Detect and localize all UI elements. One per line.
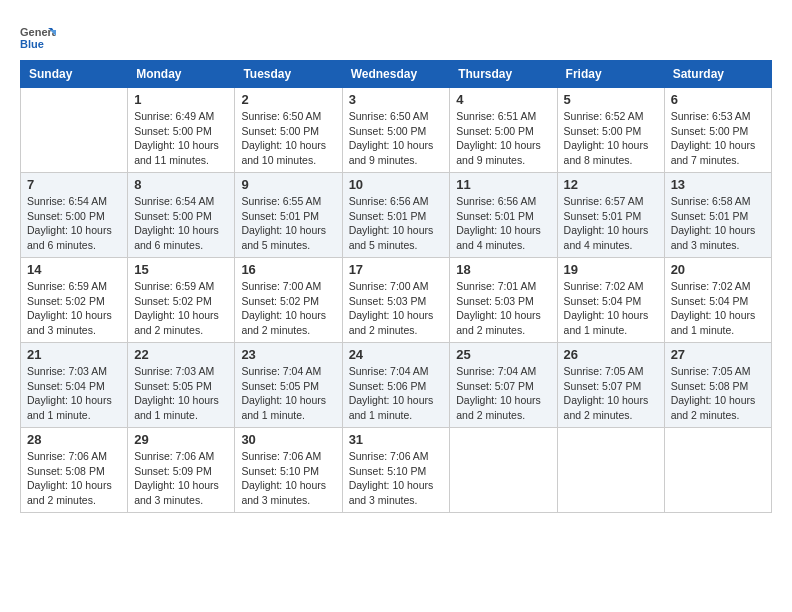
calendar-cell: 9Sunrise: 6:55 AM Sunset: 5:01 PM Daylig… [235, 173, 342, 258]
day-info: Sunrise: 7:04 AM Sunset: 5:05 PM Dayligh… [241, 364, 335, 423]
day-info: Sunrise: 7:06 AM Sunset: 5:10 PM Dayligh… [349, 449, 444, 508]
day-number: 10 [349, 177, 444, 192]
svg-text:Blue: Blue [20, 38, 44, 50]
day-info: Sunrise: 7:06 AM Sunset: 5:08 PM Dayligh… [27, 449, 121, 508]
weekday-header-sunday: Sunday [21, 61, 128, 88]
calendar-cell: 15Sunrise: 6:59 AM Sunset: 5:02 PM Dayli… [128, 258, 235, 343]
calendar-cell: 13Sunrise: 6:58 AM Sunset: 5:01 PM Dayli… [664, 173, 771, 258]
day-number: 26 [564, 347, 658, 362]
calendar-cell: 19Sunrise: 7:02 AM Sunset: 5:04 PM Dayli… [557, 258, 664, 343]
calendar-week-row: 28Sunrise: 7:06 AM Sunset: 5:08 PM Dayli… [21, 428, 772, 513]
weekday-header-wednesday: Wednesday [342, 61, 450, 88]
day-number: 1 [134, 92, 228, 107]
header: General Blue [20, 20, 772, 56]
day-number: 28 [27, 432, 121, 447]
calendar-cell: 16Sunrise: 7:00 AM Sunset: 5:02 PM Dayli… [235, 258, 342, 343]
calendar-cell [21, 88, 128, 173]
calendar-cell: 29Sunrise: 7:06 AM Sunset: 5:09 PM Dayli… [128, 428, 235, 513]
page-container: General Blue SundayMondayTuesdayWednesda… [20, 20, 772, 513]
weekday-header-saturday: Saturday [664, 61, 771, 88]
calendar-cell: 21Sunrise: 7:03 AM Sunset: 5:04 PM Dayli… [21, 343, 128, 428]
day-number: 19 [564, 262, 658, 277]
weekday-header-monday: Monday [128, 61, 235, 88]
calendar-cell: 8Sunrise: 6:54 AM Sunset: 5:00 PM Daylig… [128, 173, 235, 258]
day-number: 14 [27, 262, 121, 277]
calendar-week-row: 21Sunrise: 7:03 AM Sunset: 5:04 PM Dayli… [21, 343, 772, 428]
calendar-cell: 20Sunrise: 7:02 AM Sunset: 5:04 PM Dayli… [664, 258, 771, 343]
calendar-cell: 18Sunrise: 7:01 AM Sunset: 5:03 PM Dayli… [450, 258, 557, 343]
logo-icon: General Blue [20, 20, 56, 56]
weekday-header-friday: Friday [557, 61, 664, 88]
day-number: 7 [27, 177, 121, 192]
day-info: Sunrise: 6:50 AM Sunset: 5:00 PM Dayligh… [241, 109, 335, 168]
day-info: Sunrise: 7:06 AM Sunset: 5:10 PM Dayligh… [241, 449, 335, 508]
calendar-cell: 24Sunrise: 7:04 AM Sunset: 5:06 PM Dayli… [342, 343, 450, 428]
calendar-cell: 30Sunrise: 7:06 AM Sunset: 5:10 PM Dayli… [235, 428, 342, 513]
day-number: 8 [134, 177, 228, 192]
day-number: 27 [671, 347, 765, 362]
day-number: 12 [564, 177, 658, 192]
svg-text:General: General [20, 26, 56, 38]
day-number: 22 [134, 347, 228, 362]
weekday-header-row: SundayMondayTuesdayWednesdayThursdayFrid… [21, 61, 772, 88]
day-info: Sunrise: 7:03 AM Sunset: 5:05 PM Dayligh… [134, 364, 228, 423]
day-number: 29 [134, 432, 228, 447]
day-number: 5 [564, 92, 658, 107]
day-info: Sunrise: 6:50 AM Sunset: 5:00 PM Dayligh… [349, 109, 444, 168]
day-info: Sunrise: 6:57 AM Sunset: 5:01 PM Dayligh… [564, 194, 658, 253]
calendar-cell: 25Sunrise: 7:04 AM Sunset: 5:07 PM Dayli… [450, 343, 557, 428]
day-number: 25 [456, 347, 550, 362]
day-info: Sunrise: 6:59 AM Sunset: 5:02 PM Dayligh… [27, 279, 121, 338]
calendar-week-row: 7Sunrise: 6:54 AM Sunset: 5:00 PM Daylig… [21, 173, 772, 258]
day-number: 3 [349, 92, 444, 107]
day-number: 4 [456, 92, 550, 107]
weekday-header-thursday: Thursday [450, 61, 557, 88]
calendar-cell [450, 428, 557, 513]
day-info: Sunrise: 6:53 AM Sunset: 5:00 PM Dayligh… [671, 109, 765, 168]
day-info: Sunrise: 6:49 AM Sunset: 5:00 PM Dayligh… [134, 109, 228, 168]
day-info: Sunrise: 6:54 AM Sunset: 5:00 PM Dayligh… [27, 194, 121, 253]
day-number: 13 [671, 177, 765, 192]
calendar-cell: 4Sunrise: 6:51 AM Sunset: 5:00 PM Daylig… [450, 88, 557, 173]
calendar-cell: 28Sunrise: 7:06 AM Sunset: 5:08 PM Dayli… [21, 428, 128, 513]
logo: General Blue [20, 20, 60, 56]
calendar-cell [664, 428, 771, 513]
day-info: Sunrise: 6:54 AM Sunset: 5:00 PM Dayligh… [134, 194, 228, 253]
calendar-cell [557, 428, 664, 513]
calendar-cell: 17Sunrise: 7:00 AM Sunset: 5:03 PM Dayli… [342, 258, 450, 343]
day-number: 23 [241, 347, 335, 362]
calendar-cell: 23Sunrise: 7:04 AM Sunset: 5:05 PM Dayli… [235, 343, 342, 428]
day-info: Sunrise: 7:06 AM Sunset: 5:09 PM Dayligh… [134, 449, 228, 508]
calendar-cell: 6Sunrise: 6:53 AM Sunset: 5:00 PM Daylig… [664, 88, 771, 173]
day-info: Sunrise: 6:51 AM Sunset: 5:00 PM Dayligh… [456, 109, 550, 168]
day-info: Sunrise: 7:05 AM Sunset: 5:07 PM Dayligh… [564, 364, 658, 423]
calendar-table: SundayMondayTuesdayWednesdayThursdayFrid… [20, 60, 772, 513]
day-number: 31 [349, 432, 444, 447]
calendar-cell: 11Sunrise: 6:56 AM Sunset: 5:01 PM Dayli… [450, 173, 557, 258]
calendar-cell: 22Sunrise: 7:03 AM Sunset: 5:05 PM Dayli… [128, 343, 235, 428]
day-number: 11 [456, 177, 550, 192]
calendar-week-row: 1Sunrise: 6:49 AM Sunset: 5:00 PM Daylig… [21, 88, 772, 173]
day-number: 18 [456, 262, 550, 277]
calendar-cell: 26Sunrise: 7:05 AM Sunset: 5:07 PM Dayli… [557, 343, 664, 428]
day-info: Sunrise: 7:02 AM Sunset: 5:04 PM Dayligh… [564, 279, 658, 338]
calendar-cell: 5Sunrise: 6:52 AM Sunset: 5:00 PM Daylig… [557, 88, 664, 173]
day-number: 24 [349, 347, 444, 362]
day-info: Sunrise: 7:01 AM Sunset: 5:03 PM Dayligh… [456, 279, 550, 338]
calendar-week-row: 14Sunrise: 6:59 AM Sunset: 5:02 PM Dayli… [21, 258, 772, 343]
day-number: 2 [241, 92, 335, 107]
calendar-cell: 27Sunrise: 7:05 AM Sunset: 5:08 PM Dayli… [664, 343, 771, 428]
calendar-cell: 31Sunrise: 7:06 AM Sunset: 5:10 PM Dayli… [342, 428, 450, 513]
day-number: 21 [27, 347, 121, 362]
day-info: Sunrise: 7:04 AM Sunset: 5:06 PM Dayligh… [349, 364, 444, 423]
day-info: Sunrise: 6:52 AM Sunset: 5:00 PM Dayligh… [564, 109, 658, 168]
day-info: Sunrise: 6:58 AM Sunset: 5:01 PM Dayligh… [671, 194, 765, 253]
calendar-cell: 3Sunrise: 6:50 AM Sunset: 5:00 PM Daylig… [342, 88, 450, 173]
calendar-cell: 1Sunrise: 6:49 AM Sunset: 5:00 PM Daylig… [128, 88, 235, 173]
day-number: 6 [671, 92, 765, 107]
day-info: Sunrise: 7:00 AM Sunset: 5:03 PM Dayligh… [349, 279, 444, 338]
calendar-cell: 10Sunrise: 6:56 AM Sunset: 5:01 PM Dayli… [342, 173, 450, 258]
day-number: 17 [349, 262, 444, 277]
weekday-header-tuesday: Tuesday [235, 61, 342, 88]
day-info: Sunrise: 7:00 AM Sunset: 5:02 PM Dayligh… [241, 279, 335, 338]
